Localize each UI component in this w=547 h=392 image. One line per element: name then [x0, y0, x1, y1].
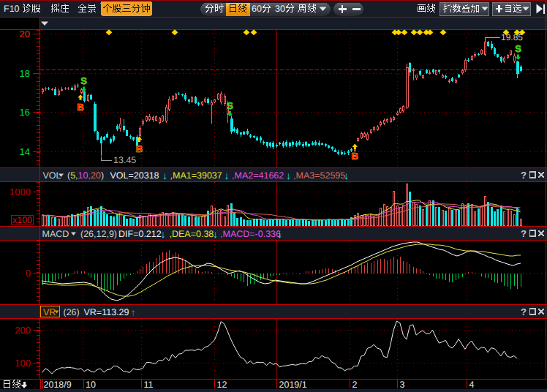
svg-text:S: S [80, 75, 87, 86]
svg-text:16: 16 [20, 107, 30, 118]
svg-text:12: 12 [217, 380, 227, 390]
svg-text:(26,12,9): (26,12,9) [80, 229, 117, 239]
svg-text:(5,10,20): (5,10,20) [67, 170, 104, 181]
svg-text:,MACD=-0.336: ,MACD=-0.336 [220, 229, 281, 239]
svg-text:,MA3=52595: ,MA3=52595 [293, 170, 345, 181]
svg-text:30: 30 [275, 4, 285, 14]
svg-text:0: 0 [26, 268, 31, 279]
svg-text:19.85: 19.85 [501, 32, 523, 42]
svg-text:18: 18 [20, 68, 30, 79]
svg-text:,DEA=0.38: ,DEA=0.38 [170, 229, 214, 239]
svg-text:2: 2 [352, 380, 358, 390]
svg-text:VR=113.29: VR=113.29 [84, 307, 129, 317]
svg-text:14: 14 [20, 146, 30, 157]
svg-text:x100: x100 [12, 215, 32, 225]
svg-text:,MA2=41662: ,MA2=41662 [232, 170, 284, 181]
svg-text:?: ? [521, 170, 527, 181]
svg-text:↓: ↓ [213, 228, 218, 240]
svg-text:20: 20 [20, 29, 30, 39]
svg-text:↓: ↓ [225, 170, 230, 181]
svg-text:?: ? [521, 306, 527, 317]
svg-text:13.45: 13.45 [113, 155, 136, 165]
svg-text:60: 60 [252, 4, 262, 14]
svg-text:4: 4 [469, 380, 475, 390]
svg-text:VOL=20318: VOL=20318 [110, 170, 159, 181]
svg-text:↓: ↓ [162, 170, 167, 181]
svg-text:1000: 1000 [10, 186, 31, 197]
svg-text:VOL: VOL [43, 170, 61, 181]
svg-text:F10: F10 [4, 4, 20, 14]
svg-text:S: S [227, 100, 233, 111]
svg-text:10: 10 [86, 380, 96, 390]
svg-text:?: ? [521, 228, 527, 239]
svg-text:100: 100 [15, 358, 31, 369]
svg-text:↓: ↓ [277, 228, 282, 240]
svg-text:11: 11 [144, 380, 154, 390]
svg-text:B: B [77, 102, 83, 113]
svg-text:2019/1: 2019/1 [279, 380, 307, 390]
svg-text:↓: ↓ [161, 228, 166, 240]
svg-text:↓: ↓ [344, 170, 349, 181]
svg-text:,MA1=39037: ,MA1=39037 [170, 170, 222, 181]
svg-text:S: S [515, 43, 521, 54]
svg-text:200: 200 [15, 325, 31, 336]
svg-text:B: B [136, 143, 143, 154]
svg-text:VR: VR [43, 307, 56, 317]
svg-text:2018/9: 2018/9 [44, 380, 72, 390]
svg-text:↓: ↓ [286, 170, 291, 181]
svg-text:(26): (26) [64, 307, 80, 317]
svg-text:↑: ↑ [131, 306, 136, 318]
svg-text:B: B [352, 151, 358, 162]
svg-text:MACD: MACD [42, 229, 69, 239]
svg-text:3: 3 [400, 380, 405, 390]
svg-text:DIF=0.212: DIF=0.212 [118, 229, 162, 239]
